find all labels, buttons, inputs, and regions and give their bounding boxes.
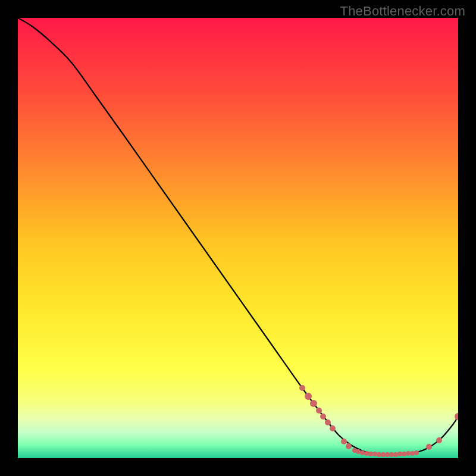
data-point <box>397 452 402 456</box>
data-point <box>325 419 331 425</box>
data-point <box>360 450 365 455</box>
data-point <box>377 452 381 457</box>
data-point <box>310 400 317 407</box>
chart-svg <box>18 18 458 458</box>
chart-background <box>18 18 458 458</box>
data-point <box>346 443 352 449</box>
data-point <box>389 452 394 457</box>
chart-area <box>18 18 458 458</box>
data-point <box>316 408 322 414</box>
data-point <box>341 439 347 444</box>
data-point <box>305 393 312 400</box>
data-point <box>381 452 386 457</box>
data-point <box>414 450 419 455</box>
data-point <box>299 385 305 391</box>
data-point <box>406 451 411 456</box>
data-point <box>436 437 442 443</box>
data-point <box>368 452 373 456</box>
data-point <box>330 425 336 431</box>
watermark-text: TheBottlenecker.com <box>340 4 465 19</box>
data-point <box>426 444 432 450</box>
data-point <box>364 451 369 456</box>
data-point <box>320 414 326 419</box>
data-point <box>356 449 361 454</box>
data-point <box>402 452 406 456</box>
data-point <box>393 452 398 457</box>
data-point <box>385 452 390 457</box>
data-point <box>410 451 415 456</box>
data-point <box>372 452 377 456</box>
